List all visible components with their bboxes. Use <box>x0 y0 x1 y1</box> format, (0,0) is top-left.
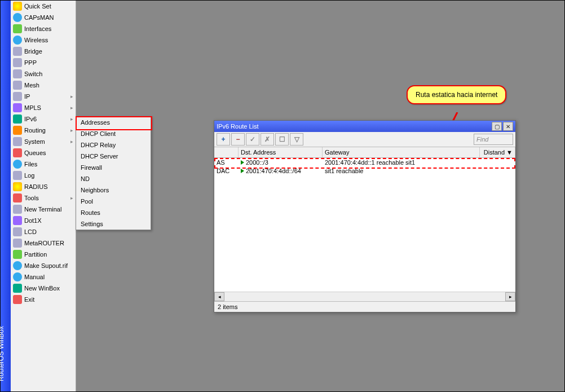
filter-button[interactable]: ▽ <box>290 133 303 146</box>
ipv6-submenu: AddressesDHCP ClientDHCP RelayDHCP Serve… <box>76 116 151 230</box>
sidebar-item-label: Dot1X <box>24 217 42 224</box>
sidebar-icon <box>13 171 22 180</box>
sidebar-item-system[interactable]: System <box>11 136 76 147</box>
sidebar-icon <box>13 239 22 248</box>
col-dst-address[interactable]: Dst. Address <box>239 147 323 157</box>
submenu-item-firewall[interactable]: Firewall <box>76 162 151 173</box>
column-headers[interactable]: Dst. Address Gateway Distand ▼ <box>214 147 515 158</box>
comment-button[interactable]: ☐ <box>275 133 289 146</box>
sidebar-icon <box>13 69 22 78</box>
col-gateway[interactable]: Gateway <box>323 147 480 157</box>
sidebar-item-exit[interactable]: Exit <box>11 294 76 305</box>
sidebar-item-quick-set[interactable]: Quick Set <box>11 1 76 12</box>
submenu-item-addresses[interactable]: Addresses <box>76 117 151 128</box>
sidebar-item-mpls[interactable]: MPLS <box>11 102 76 113</box>
sidebar-icon <box>13 227 22 236</box>
sidebar-item-label: PPP <box>24 59 37 66</box>
sidebar-item-ipv6[interactable]: IPv6 <box>11 113 76 125</box>
sidebar-item-metarouter[interactable]: MetaROUTER <box>11 237 76 249</box>
submenu-item-routes[interactable]: Routes <box>76 207 151 218</box>
sidebar-item-label: System <box>24 138 45 145</box>
sidebar-item-wireless[interactable]: Wireless <box>11 34 76 46</box>
toolbar: + − ✓ ✗ ☐ ▽ Find <box>214 132 515 147</box>
sidebar-item-queues[interactable]: Queues <box>11 147 76 158</box>
add-button[interactable]: + <box>217 133 230 146</box>
horizontal-scrollbar[interactable]: ◂ ▸ <box>214 292 515 301</box>
remove-button[interactable]: − <box>231 133 245 146</box>
sidebar-item-label: MetaROUTER <box>24 240 64 246</box>
sidebar-item-mesh[interactable]: Mesh <box>11 80 76 91</box>
window-titlebar[interactable]: IPv6 Route List ▢ ✕ <box>214 121 515 132</box>
window-close-button[interactable]: ✕ <box>503 122 513 131</box>
cell-gateway: 2001:470:4:4dd::1 reachable sit1 <box>323 159 480 166</box>
sidebar-icon <box>13 284 22 293</box>
col-flags[interactable] <box>214 147 239 157</box>
sidebar-item-manual[interactable]: Manual <box>11 271 76 283</box>
table-row[interactable]: DAC2001:470:4:4dd::/64sit1 reachable <box>214 166 515 175</box>
enable-button[interactable]: ✓ <box>246 133 259 146</box>
sidebar-item-switch[interactable]: Switch <box>11 68 76 80</box>
sidebar-item-label: Files <box>24 161 37 168</box>
sidebar-item-label: Make Supout.rif <box>24 262 68 269</box>
submenu-item-dhcp-client[interactable]: DHCP Client <box>76 128 151 139</box>
col-distance[interactable]: Distand ▼ <box>480 147 515 157</box>
disable-button[interactable]: ✗ <box>261 133 274 146</box>
route-rows: AS2000::/32001:470:4:4dd::1 reachable si… <box>214 158 515 292</box>
sidebar-item-label: Bridge <box>24 48 42 55</box>
submenu-item-pool[interactable]: Pool <box>76 196 151 207</box>
sidebar-item-radius[interactable]: RADIUS <box>11 181 76 192</box>
sidebar-item-label: Tools <box>24 195 39 201</box>
sidebar-item-files[interactable]: Files <box>11 158 76 170</box>
sidebar-icon <box>13 295 22 304</box>
vertical-title-bar: RouterOS WinBox <box>1 1 11 391</box>
find-input[interactable]: Find <box>474 134 513 145</box>
sidebar-icon <box>13 92 22 101</box>
sidebar-item-label: New Terminal <box>24 206 61 213</box>
cell-flags: DAC <box>214 168 239 174</box>
sidebar-icon <box>13 137 22 146</box>
sidebar-item-new-winbox[interactable]: New WinBox <box>11 283 76 294</box>
submenu-item-dhcp-relay[interactable]: DHCP Relay <box>76 139 151 151</box>
sidebar-item-routing[interactable]: Routing <box>11 125 76 136</box>
sidebar-item-bridge[interactable]: Bridge <box>11 46 76 57</box>
sidebar-item-label: Manual <box>24 274 45 280</box>
scroll-right-button[interactable]: ▸ <box>505 292 515 301</box>
sidebar-item-dot1x[interactable]: Dot1X <box>11 215 76 226</box>
sidebar-item-partition[interactable]: Partition <box>11 249 76 260</box>
sidebar-item-new-terminal[interactable]: New Terminal <box>11 204 76 215</box>
sidebar-icon <box>13 148 22 157</box>
sidebar-item-label: New WinBox <box>24 285 60 292</box>
submenu-item-nd[interactable]: ND <box>76 173 151 184</box>
sidebar-icon <box>13 182 22 191</box>
sidebar-item-ppp[interactable]: PPP <box>11 57 76 68</box>
route-active-icon <box>241 169 244 173</box>
sidebar-item-log[interactable]: Log <box>11 170 76 181</box>
scroll-left-button[interactable]: ◂ <box>214 292 224 301</box>
sidebar-icon <box>13 58 22 67</box>
cell-dst: 2001:470:4:4dd::/64 <box>239 168 323 174</box>
sidebar-item-label: Wireless <box>24 37 48 43</box>
sidebar-item-lcd[interactable]: LCD <box>11 226 76 237</box>
sidebar-item-label: LCD <box>24 228 37 235</box>
sidebar-item-interfaces[interactable]: Interfaces <box>11 23 76 34</box>
sidebar-item-label: RADIUS <box>24 183 48 190</box>
window-minimize-button[interactable]: ▢ <box>492 122 502 131</box>
submenu-item-dhcp-server[interactable]: DHCP Server <box>76 151 151 162</box>
submenu-item-settings[interactable]: Settings <box>76 218 151 230</box>
sidebar-item-label: Queues <box>24 149 46 156</box>
sidebar-item-label: Interfaces <box>24 25 51 32</box>
sidebar-icon <box>13 261 22 270</box>
submenu-item-neighbors[interactable]: Neighbors <box>76 184 151 196</box>
sidebar-icon <box>13 250 22 259</box>
sidebar-icon <box>13 126 22 135</box>
sidebar-item-capsman[interactable]: CAPsMAN <box>11 12 76 23</box>
app-root: RouterOS WinBox Quick SetCAPsMANInterfac… <box>0 0 565 392</box>
sidebar-item-label: IPv6 <box>24 116 37 122</box>
sidebar-icon <box>13 272 22 281</box>
sidebar-item-label: Mesh <box>24 82 39 89</box>
status-text: 2 items <box>218 303 237 310</box>
sidebar-item-tools[interactable]: Tools <box>11 192 76 204</box>
table-row[interactable]: AS2000::/32001:470:4:4dd::1 reachable si… <box>214 158 515 166</box>
sidebar-item-ip[interactable]: IP <box>11 91 76 102</box>
sidebar-item-make-supout-rif[interactable]: Make Supout.rif <box>11 260 76 271</box>
